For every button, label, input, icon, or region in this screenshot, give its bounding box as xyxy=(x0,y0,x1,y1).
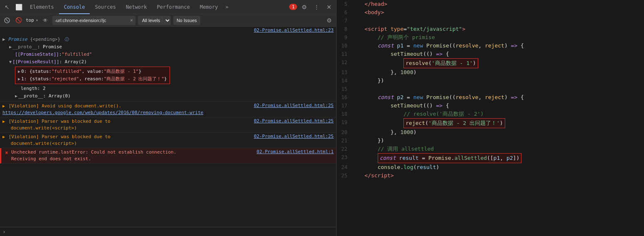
code-line-7: 7 xyxy=(337,17,644,25)
error-content: Unchecked runtime.lastError: Could not e… xyxy=(11,149,253,162)
close-btn[interactable]: ✕ xyxy=(324,2,334,12)
violation-2-content: ▶ [Violation] Parser was blocked due to … xyxy=(2,118,251,132)
clear-console-btn[interactable] xyxy=(2,16,12,25)
code-line-13: 13 }, 1000) xyxy=(337,68,644,77)
code-line-6: 6 <body> xyxy=(337,8,644,17)
code-line-17: 17 setTimeout(() => { xyxy=(337,102,644,110)
violation-3-content: ▶ [Violation] Parser was blocked due to … xyxy=(2,134,251,147)
console-input[interactable] xyxy=(7,229,334,235)
code-line-15: 15 xyxy=(337,85,644,93)
code-line-20: 20 }, 1000) xyxy=(337,128,644,137)
console-settings-btn[interactable]: ⚙ xyxy=(324,16,334,25)
console-prompt-icon: › xyxy=(2,229,6,235)
violation-1-location[interactable]: 02-Promise.allSettled.html:25 xyxy=(254,103,334,108)
tab-console[interactable]: Console xyxy=(59,0,90,14)
filter-input-container: ✕ xyxy=(52,16,135,25)
state-row: [[PromiseState]] : "fulfilled" xyxy=(9,51,170,58)
filter-input[interactable] xyxy=(55,18,130,23)
toolbar-right: 1 ⚙ ⋮ ✕ xyxy=(288,2,334,12)
violation-3: ▶ [Violation] Parser was blocked due to … xyxy=(0,133,336,148)
code-line-23: 23 const result = Promise.allSettled([p1… xyxy=(337,153,644,163)
promise-tree: ▶ __proto__: Promise [[PromiseState]] : … xyxy=(2,43,170,100)
code-line-18: 18 // resolve('商品数据 - 2') xyxy=(337,110,644,118)
proto2-row[interactable]: ▶ __proto__: Array(0) xyxy=(15,92,170,100)
file-ref-line: 02-Promise.allSettled.html:23 xyxy=(0,27,336,34)
console-toolbar: 🚫 top ▾ 👁 ✕ All levels Verbose Info Warn… xyxy=(0,14,336,27)
file-ref-location[interactable]: 02-Promise.allSettled.html:23 xyxy=(254,27,334,33)
promise-results: ▶ 0: {status: "fulfilled" , value: "商品数据… xyxy=(9,67,170,100)
error-entry: ✖ Unchecked runtime.lastError: Could not… xyxy=(0,148,336,164)
length-row: length: 2 xyxy=(15,85,170,92)
promise-header[interactable]: ▶ Promise {<pending>} ⓘ xyxy=(2,36,69,43)
tab-sources[interactable]: Sources xyxy=(90,0,121,14)
filter-clear-icon[interactable]: ✕ xyxy=(130,17,133,23)
cursor-icon-btn[interactable]: ↖ xyxy=(2,2,12,12)
more-options-btn[interactable]: ⋮ xyxy=(311,2,322,12)
error-location[interactable]: 02-Promise.allSettled.html:1 xyxy=(257,149,334,154)
code-line-5: 5 </head> xyxy=(337,0,644,8)
more-tabs-icon[interactable]: » xyxy=(223,4,231,10)
error-icon: ✖ xyxy=(5,150,8,156)
code-line-24: 24 console.log(result) xyxy=(337,163,644,171)
code-line-9: 9 // 声明两个 primise xyxy=(337,33,644,42)
devtools-toolbar: ↖ ⬜ Elements Console Sources Network Per… xyxy=(0,0,336,14)
top-dropdown-icon[interactable]: ▾ xyxy=(36,18,38,22)
violation-2: ▶ [Violation] Parser was blocked due to … xyxy=(0,117,336,133)
code-line-22: 22 // 调用 allsettled xyxy=(337,145,644,153)
code-line-10: 10 const p1 = new Promise((resolve, reje… xyxy=(337,42,644,50)
result-item-1[interactable]: ▶ 1: {status: "rejected" , reason: "商品数据… xyxy=(18,75,167,83)
tab-memory[interactable]: Memory xyxy=(195,0,223,14)
code-line-16: 16 const p2 = new Promise((resolve, reje… xyxy=(337,93,644,102)
log-level-select[interactable]: All levels Verbose Info Warnings Errors xyxy=(138,16,171,25)
result-item-0[interactable]: ▶ 0: {status: "fulfilled" , value: "商品数据… xyxy=(18,68,167,75)
result-highlighted: ▶ 0: {status: "fulfilled" , value: "商品数据… xyxy=(15,67,170,84)
tab-elements[interactable]: Elements xyxy=(25,0,59,14)
violation-1: ▶ [Violation] Avoid using document.write… xyxy=(0,102,336,117)
console-output[interactable]: 02-Promise.allSettled.html:23 ▶ Promise … xyxy=(0,27,336,227)
violation-2-location[interactable]: 02-Promise.allSettled.html:25 xyxy=(254,118,334,124)
inspect-icon-btn[interactable]: ⬜ xyxy=(13,2,24,12)
code-line-21: 21 }) xyxy=(337,137,644,145)
devtools-tabs: Elements Console Sources Network Perform… xyxy=(25,0,287,14)
code-editor: 5 </head> 6 <body> 7 8 <script type="tex… xyxy=(337,0,644,236)
promise-section: ▶ Promise {<pending>} ⓘ ▶ __proto__: Pro… xyxy=(0,34,336,102)
no-issues-btn[interactable]: No Issues xyxy=(173,16,200,25)
code-line-25: 25 </script> xyxy=(337,171,644,180)
tab-performance[interactable]: Performance xyxy=(152,0,195,14)
violation-1-content: ▶ [Violation] Avoid using document.write… xyxy=(2,103,251,116)
code-line-8: 8 <script type="text/javascript"> xyxy=(337,25,644,33)
filter-icon-btn[interactable]: 🚫 xyxy=(14,16,23,25)
code-line-11: 11 setTimeout(() => { xyxy=(337,50,644,58)
proto-row: ▶ __proto__: Promise xyxy=(9,43,170,51)
settings-btn[interactable]: ⚙ xyxy=(299,2,310,12)
error-badge: 1 xyxy=(289,4,297,10)
svg-line-1 xyxy=(6,19,8,22)
console-input-row: › xyxy=(0,227,336,236)
code-line-12: 12 resolve('商品数据 - 1') xyxy=(337,58,644,68)
code-line-14: 14 }) xyxy=(337,77,644,85)
code-line-19: 19 reject('商品数据 - 2 出问题了！') xyxy=(337,118,644,128)
violation-1-link[interactable]: https://developers.google.com/web/update… xyxy=(2,110,203,115)
top-label: top xyxy=(26,17,34,23)
result-row[interactable]: ▼ [[PromiseResult]] : Array(2) xyxy=(9,58,170,66)
eye-btn[interactable]: 👁 xyxy=(41,16,50,25)
devtools-panel: ↖ ⬜ Elements Console Sources Network Per… xyxy=(0,0,337,236)
violation-3-location[interactable]: 02-Promise.allSettled.html:25 xyxy=(254,134,334,139)
tab-network[interactable]: Network xyxy=(121,0,152,14)
